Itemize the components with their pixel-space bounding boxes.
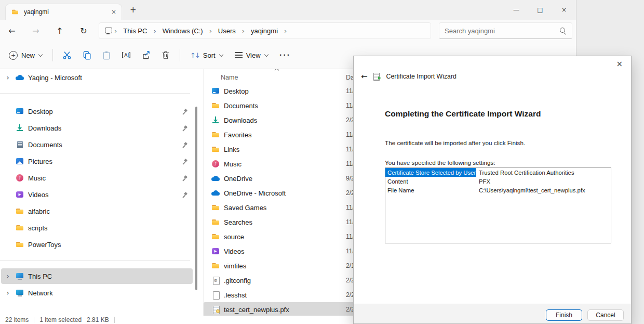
file-icon xyxy=(211,291,220,299)
view-button[interactable]: View xyxy=(229,46,274,64)
cut-button[interactable] xyxy=(57,46,77,64)
toolbar-divider xyxy=(180,49,180,61)
pin-icon xyxy=(182,192,187,198)
sort-button-label: Sort xyxy=(203,51,216,59)
file-name: test_cert_newplus.pfx xyxy=(224,306,289,314)
dialog-heading: Completing the Certificate Import Wizard xyxy=(385,109,541,119)
search-box[interactable] xyxy=(439,22,572,39)
sidebar-item-downloads[interactable]: Downloads xyxy=(1,120,193,136)
sort-button[interactable]: ↑↓ Sort xyxy=(184,46,229,64)
folder-icon xyxy=(211,101,220,110)
item-count: 22 items xyxy=(5,316,29,323)
sidebar-item-videos[interactable]: ▶ Videos xyxy=(1,186,193,203)
settings-row[interactable]: Certificate Store Selected by User Trust… xyxy=(385,168,611,177)
pin-icon xyxy=(182,125,187,131)
sidebar-item-powertoys[interactable]: PowerToys xyxy=(1,236,193,253)
status-divider xyxy=(114,317,115,323)
navigation-pane: › Yaqing - Microsoft Desktop Downloads D… xyxy=(0,69,204,316)
chevron-right-icon[interactable]: › xyxy=(4,289,11,297)
chevron-down-icon xyxy=(264,53,269,57)
cancel-button[interactable]: Cancel xyxy=(587,309,624,321)
breadcrumb-segment-this-pc[interactable]: This PC xyxy=(119,27,151,35)
finish-button[interactable]: Finish xyxy=(546,309,582,321)
dialog-body-text: The certificate will be imported after y… xyxy=(385,139,525,146)
see-more-button[interactable]: ••• xyxy=(274,53,296,58)
search-icon xyxy=(559,27,567,34)
settings-table[interactable]: Certificate Store Selected by User Trust… xyxy=(385,167,611,243)
file-name: Searches xyxy=(224,218,252,226)
rename-button[interactable]: A xyxy=(116,46,136,64)
breadcrumb[interactable]: › This PC › Windows (C:) › Users › yaqin… xyxy=(99,22,431,39)
setting-key[interactable]: Content xyxy=(385,177,476,186)
setting-value: Trusted Root Certification Authorities xyxy=(476,170,574,176)
minimize-button[interactable]: — xyxy=(504,6,528,14)
search-input[interactable] xyxy=(445,27,548,35)
clipboard-icon xyxy=(102,50,111,60)
up-button[interactable]: ↑ xyxy=(48,26,72,36)
this-pc-icon xyxy=(16,272,24,280)
dialog-close-icon[interactable]: × xyxy=(616,59,623,69)
breadcrumb-segment-yaqingmi[interactable]: yaqingmi xyxy=(247,27,282,35)
file-name: source xyxy=(224,233,244,241)
chevron-right-icon[interactable]: › xyxy=(4,272,11,280)
tab-bar: yaqingmi × + — □ × xyxy=(0,0,576,20)
document-icon xyxy=(16,140,24,149)
sidebar-item-music[interactable]: ♪ Music xyxy=(1,170,193,186)
delete-button[interactable] xyxy=(156,46,176,64)
breadcrumb-chevron-icon[interactable]: › xyxy=(113,27,118,35)
certificate-wizard-icon xyxy=(373,72,381,81)
back-button[interactable]: ← xyxy=(0,26,24,36)
column-header-name[interactable]: Name xyxy=(221,74,238,81)
breadcrumb-chevron-icon[interactable]: › xyxy=(152,27,157,35)
paste-button[interactable] xyxy=(97,46,116,64)
folder-icon xyxy=(16,207,24,215)
onedrive-cloud-icon xyxy=(16,73,24,82)
new-button[interactable]: + New xyxy=(3,46,48,64)
dialog-back-icon[interactable]: ← xyxy=(361,72,368,81)
folder-icon xyxy=(211,218,220,226)
sidebar-divider xyxy=(0,93,190,94)
sidebar-item-pictures[interactable]: Pictures xyxy=(1,153,193,170)
address-bar-row: ← → ↑ ↻ › This PC › Windows (C:) › Users… xyxy=(0,20,576,42)
view-button-label: View xyxy=(246,51,261,59)
sidebar-item-network[interactable]: › Network xyxy=(1,285,193,301)
folder-icon xyxy=(211,131,220,139)
refresh-button[interactable]: ↻ xyxy=(72,26,96,36)
sidebar-item-this-pc[interactable]: › This PC xyxy=(1,268,193,284)
share-button[interactable] xyxy=(136,46,156,64)
trash-icon xyxy=(161,50,170,60)
onedrive-cloud-icon xyxy=(211,174,220,183)
sidebar-item-label: PowerToys xyxy=(28,241,61,249)
copy-icon xyxy=(82,50,91,60)
new-tab-button[interactable]: + xyxy=(130,5,137,15)
maximize-button[interactable]: □ xyxy=(528,6,552,14)
sidebar-item-scripts[interactable]: scripts xyxy=(1,219,193,236)
sidebar-scrollbar[interactable] xyxy=(195,107,197,290)
chevron-right-icon[interactable]: › xyxy=(4,73,11,82)
breadcrumb-chevron-icon[interactable]: › xyxy=(241,27,246,35)
sidebar-item-desktop[interactable]: Desktop xyxy=(1,103,193,120)
file-name: OneDrive - Microsoft xyxy=(224,189,286,197)
breadcrumb-chevron-icon[interactable]: › xyxy=(208,27,213,35)
explorer-tab[interactable]: yaqingmi × xyxy=(5,4,122,20)
file-name: Favorites xyxy=(224,131,251,139)
sidebar-item-documents[interactable]: Documents xyxy=(1,136,193,153)
forward-button[interactable]: → xyxy=(24,26,48,36)
folder-icon xyxy=(211,203,220,212)
settings-row[interactable]: Content PFX xyxy=(385,177,611,186)
settings-row[interactable]: File Name C:\Users\yaqingmi\test_cert_ne… xyxy=(385,186,611,195)
setting-key-selected[interactable]: Certificate Store Selected by User xyxy=(385,168,476,177)
sidebar-item-label: Videos xyxy=(28,191,49,199)
music-icon: ♪ xyxy=(211,160,220,168)
breadcrumb-segment-users[interactable]: Users xyxy=(214,27,240,35)
setting-key[interactable]: File Name xyxy=(385,186,476,195)
sidebar-item-onedrive[interactable]: › Yaqing - Microsoft xyxy=(1,70,193,85)
copy-button[interactable] xyxy=(77,46,97,64)
tab-close-icon[interactable]: × xyxy=(111,8,116,16)
network-icon xyxy=(16,289,24,297)
sidebar-item-aifabric[interactable]: aifabric xyxy=(1,203,193,219)
breadcrumb-chevron-icon[interactable]: › xyxy=(283,27,288,35)
breadcrumb-segment-windows-c[interactable]: Windows (C:) xyxy=(158,27,207,35)
folder-icon xyxy=(211,232,220,241)
window-close-button[interactable]: × xyxy=(552,6,576,14)
